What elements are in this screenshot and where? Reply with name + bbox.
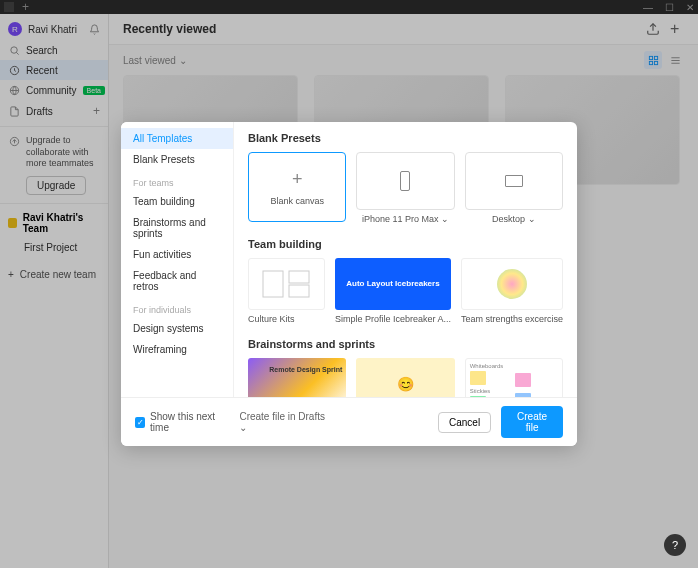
cancel-button[interactable]: Cancel bbox=[438, 412, 491, 433]
template-thumbnail: Whiteboards Stickies bbox=[465, 358, 563, 397]
phone-icon bbox=[400, 171, 410, 191]
template-remote-sprint[interactable]: Remote Design Sprint bbox=[248, 358, 346, 397]
preset-label: Blank canvas bbox=[270, 196, 324, 206]
section-title: Brainstorms and sprints bbox=[248, 338, 563, 350]
nav-fun[interactable]: Fun activities bbox=[121, 244, 233, 265]
chevron-down-icon: ⌄ bbox=[239, 422, 247, 433]
section-title: Team building bbox=[248, 238, 563, 250]
nav-header-individuals: For individuals bbox=[121, 297, 233, 318]
template-culture-kits[interactable]: Culture Kits bbox=[248, 258, 325, 324]
preset-blank-canvas[interactable]: + Blank canvas bbox=[248, 152, 346, 224]
help-button[interactable]: ? bbox=[664, 534, 686, 556]
chevron-down-icon: ⌄ bbox=[528, 214, 536, 224]
svg-rect-15 bbox=[289, 285, 309, 297]
template-icebreaker[interactable]: Auto Layout Icebreakers Simple Profile I… bbox=[335, 258, 451, 324]
preset-label: iPhone 11 Pro Max ⌄ bbox=[356, 214, 454, 224]
preset-label: Desktop ⌄ bbox=[465, 214, 563, 224]
nav-brainstorms[interactable]: Brainstorms and sprints bbox=[121, 212, 233, 244]
create-location-dropdown[interactable]: Create file in Drafts ⌄ bbox=[239, 411, 328, 433]
template-label: Simple Profile Icebreaker A... bbox=[335, 314, 451, 324]
plus-icon: + bbox=[292, 169, 303, 190]
nav-feedback[interactable]: Feedback and retros bbox=[121, 265, 233, 297]
template-team-strengths[interactable]: Team strengths excercise bbox=[461, 258, 563, 324]
modal-sidebar: All Templates Blank Presets For teams Te… bbox=[121, 122, 234, 397]
desktop-icon bbox=[505, 175, 523, 187]
nav-all-templates[interactable]: All Templates bbox=[121, 128, 233, 149]
section-title: Blank Presets bbox=[248, 132, 563, 144]
modal-footer: ✓ Show this next time Create file in Dra… bbox=[121, 397, 577, 446]
chevron-down-icon: ⌄ bbox=[441, 214, 449, 224]
nav-team-building[interactable]: Team building bbox=[121, 191, 233, 212]
template-label: Team strengths excercise bbox=[461, 314, 563, 324]
template-brainstorm-3[interactable]: Whiteboards Stickies bbox=[465, 358, 563, 397]
template-thumbnail bbox=[248, 258, 325, 310]
template-thumbnail: Remote Design Sprint bbox=[248, 358, 346, 397]
template-thumbnail: 😊 bbox=[356, 358, 454, 397]
nav-header-teams: For teams bbox=[121, 170, 233, 191]
show-next-time-checkbox[interactable]: ✓ Show this next time bbox=[135, 411, 229, 433]
preset-iphone[interactable]: iPhone 11 Pro Max ⌄ bbox=[356, 152, 454, 224]
nav-wireframing[interactable]: Wireframing bbox=[121, 339, 233, 360]
modal-content: Blank Presets + Blank canvas iPhone 11 P… bbox=[234, 122, 577, 397]
modal-backdrop[interactable]: All Templates Blank Presets For teams Te… bbox=[0, 0, 698, 568]
checkbox-label: Show this next time bbox=[150, 411, 229, 433]
template-thumbnail bbox=[461, 258, 563, 310]
nav-blank-presets[interactable]: Blank Presets bbox=[121, 149, 233, 170]
checkbox-icon: ✓ bbox=[135, 417, 145, 428]
preset-desktop[interactable]: Desktop ⌄ bbox=[465, 152, 563, 224]
nav-design-systems[interactable]: Design systems bbox=[121, 318, 233, 339]
create-file-button[interactable]: Create file bbox=[501, 406, 563, 438]
svg-rect-13 bbox=[263, 271, 283, 297]
template-brainstorm-2[interactable]: 😊 bbox=[356, 358, 454, 397]
svg-rect-14 bbox=[289, 271, 309, 283]
template-thumbnail: Auto Layout Icebreakers bbox=[335, 258, 451, 310]
template-label: Culture Kits bbox=[248, 314, 325, 324]
new-file-modal: All Templates Blank Presets For teams Te… bbox=[121, 122, 577, 446]
